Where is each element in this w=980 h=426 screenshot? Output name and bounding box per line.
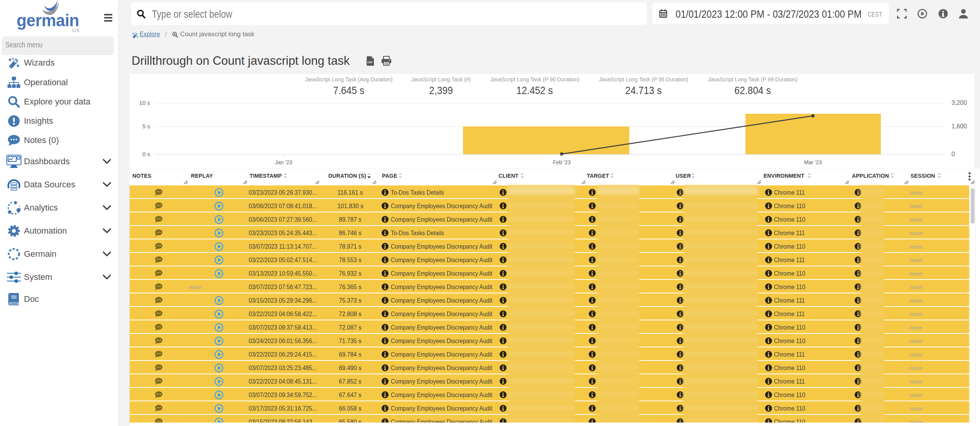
svg-text:CSV: CSV — [367, 61, 373, 64]
